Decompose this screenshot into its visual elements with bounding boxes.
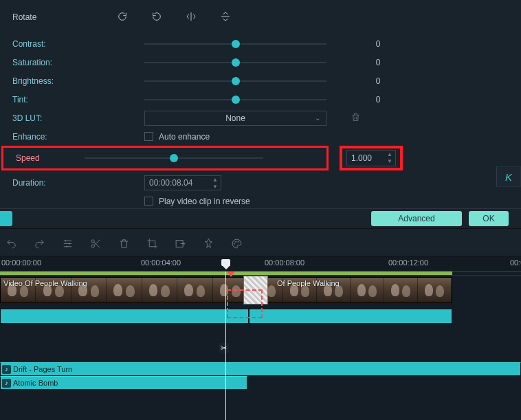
video-clip-1[interactable]: Video Of People Walking: [0, 277, 249, 303]
pin-icon[interactable]: [203, 238, 214, 250]
ruler-tick-0: 00:00:00:00: [1, 258, 41, 267]
brightness-slider[interactable]: [144, 76, 326, 86]
tint-label: Tint:: [0, 95, 69, 104]
speed-strip-2[interactable]: [249, 309, 452, 324]
split-icon[interactable]: ✂: [219, 343, 229, 353]
playhead[interactable]: [225, 272, 226, 420]
contrast-label: Contrast:: [0, 39, 69, 49]
keyframe-button[interactable]: K: [496, 166, 521, 187]
auto-enhance-text: Auto enhance: [159, 132, 210, 142]
svg-point-5: [238, 241, 239, 241]
reverse-row: Play video clip in reverse: [0, 192, 521, 210]
duration-input[interactable]: 00:00:08.04 ▲▼: [144, 175, 221, 190]
crop-icon[interactable]: [146, 238, 158, 250]
duration-value: 00:00:08.04: [149, 178, 192, 188]
rotate-ccw-icon[interactable]: [151, 11, 162, 24]
chevron-down-icon: ⌄: [315, 114, 320, 122]
panel-buttons: Advanced OK: [0, 208, 521, 229]
saturation-slider[interactable]: [144, 58, 326, 67]
contrast-value: 0: [361, 39, 395, 49]
lut-label: 3D LUT:: [0, 113, 69, 123]
spinner-arrows-icon[interactable]: ▲▼: [387, 152, 392, 164]
keyframe-label: K: [505, 171, 512, 183]
ruler-tick-4: 00:00:1: [510, 258, 521, 267]
undo-icon[interactable]: [5, 238, 17, 250]
saturation-row: Saturation: 0: [0, 53, 521, 71]
settings-sliders-icon[interactable]: [62, 238, 74, 250]
timeline-ruler[interactable]: 00:00:00:00 00:00:04:00 00:00:08:00 00:0…: [0, 256, 521, 271]
music-note-icon: ♪: [2, 379, 11, 388]
ok-button[interactable]: OK: [469, 211, 509, 226]
audio-clip-1-label: Drift - Pages Turn: [13, 365, 72, 373]
rotate-cw-icon[interactable]: [117, 11, 128, 24]
saturation-value: 0: [361, 58, 395, 67]
advanced-button[interactable]: Advanced: [371, 211, 462, 226]
tint-row: Tint: 0: [0, 90, 521, 109]
effects-panel: Rotate Contrast: 0 Saturation: 0 Brightn…: [0, 0, 521, 210]
tint-value: 0: [361, 95, 395, 104]
video-clip-1-label: Video Of People Walking: [3, 279, 87, 287]
brightness-label: Brightness:: [0, 76, 69, 86]
reverse-checkbox[interactable]: Play video clip in reverse: [144, 197, 250, 206]
selection-outline: [227, 289, 263, 318]
speed-slider[interactable]: [85, 153, 263, 163]
enhance-label: Enhance:: [0, 132, 69, 142]
cut-icon[interactable]: [90, 238, 102, 250]
delete-icon[interactable]: [118, 238, 130, 250]
svg-point-4: [235, 241, 236, 241]
video-clip-2-label: Of People Walking: [277, 279, 340, 287]
ruler-tick-2: 00:00:08:00: [265, 258, 304, 267]
redo-icon[interactable]: [34, 238, 45, 250]
timeline-toolbar: [0, 232, 243, 254]
brightness-row: Brightness: 0: [0, 71, 521, 90]
rotate-row: Rotate: [0, 0, 521, 34]
rotate-label: Rotate: [0, 12, 69, 22]
tint-slider[interactable]: [144, 95, 326, 104]
svg-point-3: [234, 243, 234, 243]
timeline[interactable]: Video Of People Walking Of People Walkin…: [0, 271, 521, 420]
speed-value-highlight: 1.000 ▲▼: [340, 146, 403, 170]
svg-point-0: [91, 239, 94, 242]
lut-row: 3D LUT: None ⌄: [0, 109, 521, 127]
lut-value: None: [225, 113, 245, 123]
panel-tab-stub[interactable]: [0, 211, 12, 226]
lut-delete-icon[interactable]: [351, 112, 361, 124]
speed-value: 1.000: [351, 153, 372, 163]
brightness-value: 0: [361, 76, 395, 86]
flip-horizontal-icon[interactable]: [186, 11, 197, 24]
auto-enhance-checkbox[interactable]: Auto enhance: [144, 132, 210, 142]
speed-row: Speed: [1, 146, 329, 170]
contrast-slider[interactable]: [144, 39, 326, 49]
saturation-label: Saturation:: [0, 58, 69, 67]
lut-select[interactable]: None ⌄: [144, 111, 326, 126]
duration-label: Duration:: [0, 178, 69, 188]
speed-label: Speed: [3, 153, 45, 163]
flip-vertical-icon[interactable]: [220, 11, 231, 24]
ruler-tick-3: 00:00:12:00: [388, 258, 428, 267]
reverse-text: Play video clip in reverse: [159, 197, 250, 206]
audio-clip-2[interactable]: ♪ Atomic Bomb: [0, 376, 247, 390]
duration-row: Duration: 00:00:08.04 ▲▼: [0, 173, 521, 192]
palette-icon[interactable]: [231, 238, 243, 250]
audio-clip-1[interactable]: ♪ Drift - Pages Turn: [0, 362, 521, 376]
ruler-tick-1: 00:00:04:00: [141, 258, 181, 267]
svg-point-1: [91, 244, 94, 247]
audio-tracks: ♪ Drift - Pages Turn ♪ Atomic Bomb: [0, 362, 521, 390]
speed-strip-1[interactable]: [0, 309, 249, 324]
enhance-row: Enhance: Auto enhance: [0, 127, 521, 146]
contrast-row: Contrast: 0: [0, 34, 521, 53]
video-clip-2[interactable]: Of People Walking: [249, 277, 452, 303]
music-note-icon: ♪: [2, 365, 11, 374]
export-icon[interactable]: [175, 238, 186, 250]
speed-spinner[interactable]: 1.000 ▲▼: [346, 150, 396, 166]
audio-clip-2-label: Atomic Bomb: [13, 379, 58, 387]
